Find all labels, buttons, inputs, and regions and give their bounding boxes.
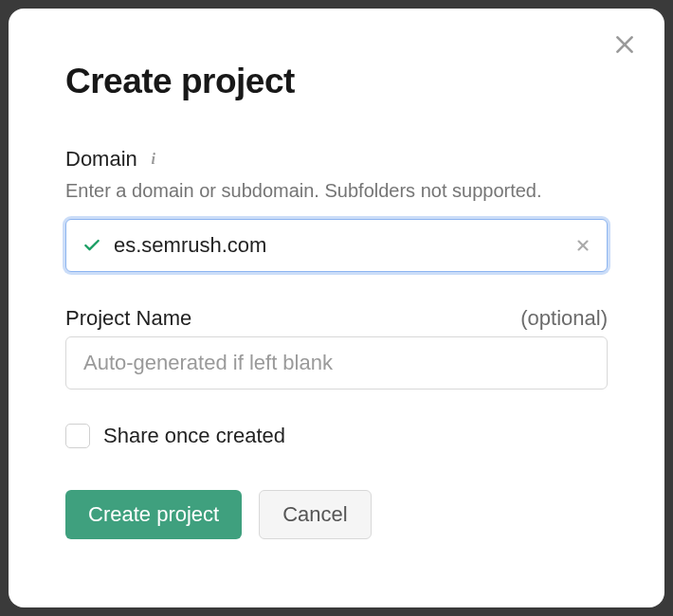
- domain-field-group: Domain i Enter a domain or subdomain. Su…: [65, 147, 608, 272]
- close-icon: [612, 32, 637, 61]
- clear-input-button[interactable]: [573, 236, 592, 255]
- cancel-button[interactable]: Cancel: [259, 490, 371, 539]
- info-icon[interactable]: i: [147, 153, 160, 166]
- project-name-input[interactable]: [65, 336, 608, 390]
- share-checkbox-label: Share once created: [103, 424, 285, 448]
- share-checkbox-row: Share once created: [65, 424, 608, 448]
- project-name-field-group: Project Name (optional): [65, 306, 608, 390]
- domain-label: Domain: [65, 147, 137, 172]
- project-name-optional: (optional): [520, 306, 608, 331]
- create-project-button[interactable]: Create project: [65, 490, 242, 539]
- modal-title: Create project: [65, 62, 608, 101]
- project-name-input-wrap: [65, 336, 608, 390]
- create-project-modal: Create project Domain i Enter a domain o…: [9, 9, 664, 607]
- domain-help-text: Enter a domain or subdomain. Subfolders …: [65, 177, 608, 204]
- domain-input[interactable]: [65, 219, 608, 272]
- modal-actions: Create project Cancel: [65, 490, 608, 539]
- project-name-label: Project Name: [65, 306, 191, 331]
- close-button[interactable]: [611, 33, 638, 60]
- domain-input-wrap: [65, 219, 608, 272]
- check-icon: [82, 236, 101, 255]
- share-checkbox[interactable]: [65, 424, 90, 448]
